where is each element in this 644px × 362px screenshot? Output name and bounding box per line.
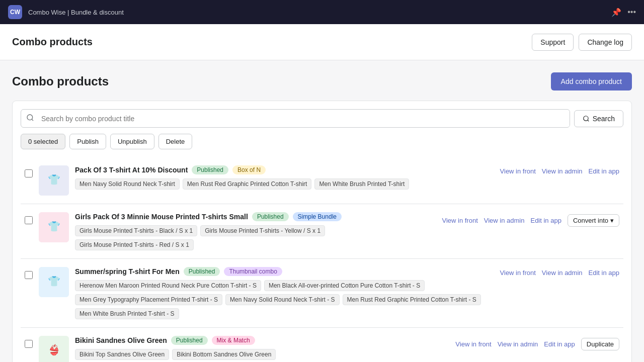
content-header: Combo products Add combo product <box>12 72 632 90</box>
product-info-2: Girls Pack Of 3 Minnie Mouse Printed T-s… <box>75 212 436 250</box>
chevron-down-icon: ▾ <box>610 217 614 224</box>
product-actions-1: View in frontView in adminEdit in app <box>500 165 619 175</box>
list-item: Herenow Men Maroon Printed Round Neck Pu… <box>75 280 261 291</box>
table-row: 👕Summer/spring T-shirt For MenPublishedT… <box>21 259 623 328</box>
search-input[interactable] <box>39 111 570 127</box>
product-image-1: 👕 <box>39 165 69 196</box>
row-checkbox-3[interactable] <box>25 271 33 279</box>
product-actions-3: View in frontView in adminEdit in app <box>500 267 619 277</box>
product-name-3: Summer/spring T-shirt For Men <box>75 267 180 276</box>
topbar: CW Combo Wise | Bundle & discount 📌 ••• <box>0 0 644 24</box>
table-row: 👕Girls Pack Of 3 Minnie Mouse Printed T-… <box>21 204 623 259</box>
view-in-front-3[interactable]: View in front <box>500 269 536 277</box>
row-checkbox-4[interactable] <box>25 340 33 348</box>
product-image-4: 👙 <box>39 336 69 362</box>
edit-in-app-3[interactable]: Edit in app <box>589 269 619 277</box>
convert-label: Convert into <box>573 217 608 224</box>
edit-in-app-4[interactable]: Edit in app <box>544 340 575 348</box>
publish-button[interactable]: Publish <box>69 134 106 149</box>
bulk-actions: 0 selected Publish Unpublish Delete <box>21 134 623 149</box>
list-item: Girls Mouse Printed T-shirts - Black / S… <box>75 225 197 236</box>
row-checkbox-2[interactable] <box>25 216 33 224</box>
svg-point-0 <box>27 115 33 120</box>
product-image-3: 👕 <box>39 267 69 297</box>
type-badge-2: Simple Bundle <box>293 212 342 221</box>
svg-line-1 <box>32 119 33 121</box>
status-badge-2: Published <box>252 212 289 221</box>
list-item: Men White Brush Printed T-shirt - S <box>75 308 179 319</box>
search-row: Search <box>21 109 623 128</box>
search-button[interactable]: Search <box>574 110 623 127</box>
list-item: Bikini Bottom Sandnes Olive Green <box>172 349 276 360</box>
product-name-row-4: Bikini Sandnes Olive GreenPublishedMix &… <box>75 336 449 345</box>
product-tags-2: Girls Mouse Printed T-shirts - Black / S… <box>75 225 436 250</box>
view-in-front-1[interactable]: View in front <box>500 167 536 175</box>
status-badge-3: Published <box>184 267 220 276</box>
view-in-admin-1[interactable]: View in admin <box>542 167 583 175</box>
list-item: Girls Mouse Printed T-shirts - Yellow / … <box>200 225 325 236</box>
list-item: Men White Brush Printed T-shirt <box>314 178 409 190</box>
type-badge-3: Thumbnail combo <box>224 267 282 276</box>
product-info-4: Bikini Sandnes Olive GreenPublishedMix &… <box>75 336 449 360</box>
list-item: Bikini Top Sandnes Olive Green <box>75 349 169 360</box>
status-badge-4: Published <box>171 336 208 345</box>
list-item: Girls Mouse Printed T-shirts - Red / S x… <box>75 239 194 250</box>
app-title: Combo Wise | Bundle & discount <box>28 9 124 16</box>
pin-icon[interactable]: 📌 <box>611 8 621 17</box>
selected-count-button[interactable]: 0 selected <box>21 134 65 149</box>
svg-text:👕: 👕 <box>48 275 60 287</box>
view-in-front-2[interactable]: View in front <box>442 217 477 224</box>
product-actions-2: View in frontView in adminEdit in appCon… <box>442 212 619 227</box>
svg-point-2 <box>583 116 588 120</box>
view-in-front-4[interactable]: View in front <box>455 340 491 348</box>
duplicate-button-4[interactable]: Duplicate <box>581 338 619 350</box>
svg-text:👙: 👙 <box>48 344 60 356</box>
product-list: 👕Pack Of 3 T-shirt At 10% DiscountPublis… <box>21 157 623 362</box>
page-header-actions: Support Change log <box>532 34 632 51</box>
product-name-row-3: Summer/spring T-shirt For MenPublishedTh… <box>75 267 494 276</box>
support-button[interactable]: Support <box>532 34 574 51</box>
edit-in-app-1[interactable]: Edit in app <box>589 167 619 175</box>
add-combo-button[interactable]: Add combo product <box>551 72 632 90</box>
page-header: Combo products Support Change log <box>0 24 644 60</box>
svg-line-3 <box>587 120 589 121</box>
main-content: Combo products Add combo product Search … <box>0 60 644 362</box>
list-item: Men Grey Typography Placement Printed T-… <box>75 294 222 305</box>
search-icon <box>21 110 39 127</box>
unpublish-button[interactable]: Unpublish <box>110 134 154 149</box>
convert-into-button-2[interactable]: Convert into▾ <box>568 214 619 227</box>
view-in-admin-4[interactable]: View in admin <box>498 340 538 348</box>
product-name-2: Girls Pack Of 3 Minnie Mouse Printed T-s… <box>75 213 248 221</box>
product-actions-4: View in frontView in adminEdit in appDup… <box>455 336 619 350</box>
list-item: Men Black All-over-printed Cotton Pure C… <box>264 280 425 291</box>
product-tags-3: Herenow Men Maroon Printed Round Neck Pu… <box>75 280 494 319</box>
product-name-4: Bikini Sandnes Olive Green <box>75 336 167 344</box>
status-badge-1: Published <box>192 165 228 174</box>
product-image-2: 👕 <box>39 212 69 242</box>
edit-in-app-2[interactable]: Edit in app <box>530 217 561 224</box>
list-item: Men Navy Solid Round Neck T-shirt <box>75 178 180 190</box>
changelog-button[interactable]: Change log <box>579 34 632 51</box>
product-info-3: Summer/spring T-shirt For MenPublishedTh… <box>75 267 494 319</box>
row-checkbox-1[interactable] <box>25 169 33 177</box>
list-item: Men Navy Solid Round Neck T-shirt - S <box>225 294 340 305</box>
app-logo: CW <box>8 5 22 19</box>
list-item: Men Rust Red Graphic Printed Cotton T-sh… <box>183 178 312 190</box>
svg-text:👕: 👕 <box>48 173 60 186</box>
type-badge-4: Mix & Match <box>212 336 255 345</box>
more-icon[interactable]: ••• <box>627 8 636 17</box>
svg-text:👕: 👕 <box>48 220 60 232</box>
product-name-1: Pack Of 3 T-shirt At 10% Discount <box>75 166 188 174</box>
product-info-1: Pack Of 3 T-shirt At 10% DiscountPublish… <box>75 165 494 190</box>
view-in-admin-3[interactable]: View in admin <box>542 269 583 277</box>
view-in-admin-2[interactable]: View in admin <box>484 217 525 224</box>
page-header-title: Combo products <box>12 36 93 48</box>
search-button-icon <box>583 115 590 122</box>
product-name-row-1: Pack Of 3 T-shirt At 10% DiscountPublish… <box>75 165 494 174</box>
search-container <box>21 109 570 128</box>
delete-button[interactable]: Delete <box>158 134 193 149</box>
product-tags-4: Bikini Top Sandnes Olive GreenBikini Bot… <box>75 349 449 360</box>
content-title: Combo products <box>12 74 109 88</box>
products-card: Search 0 selected Publish Unpublish Dele… <box>12 101 632 362</box>
product-name-row-2: Girls Pack Of 3 Minnie Mouse Printed T-s… <box>75 212 436 221</box>
